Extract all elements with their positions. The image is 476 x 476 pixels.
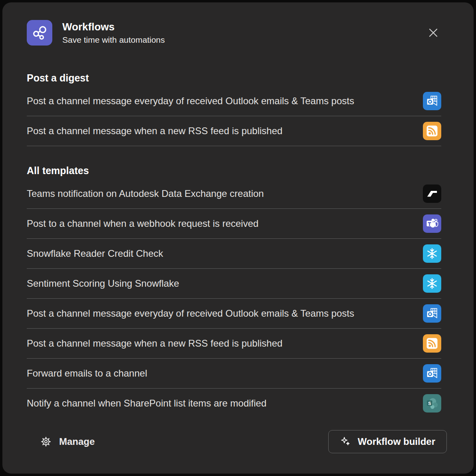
section-heading: All templates — [27, 165, 441, 177]
workflow-item[interactable]: Snowflake Reader Credit Check — [27, 239, 441, 269]
workflow-section: Post a digest Post a channel message eve… — [27, 72, 441, 146]
workflow-item-label: Post to a channel when a webhook request… — [27, 218, 419, 229]
header-text: Workflows Save time with automations — [62, 21, 165, 45]
page-subtitle: Save time with automations — [62, 35, 165, 45]
workflow-section: All templates Teams notification on Auto… — [27, 165, 441, 418]
snowflake-icon — [423, 274, 441, 293]
snowflake-icon — [423, 244, 441, 263]
autodesk-icon — [423, 184, 441, 203]
workflow-item-label: Post a channel message everyday of recei… — [27, 308, 419, 319]
workflow-item-label: Post a channel message everyday of recei… — [27, 95, 419, 107]
workflows-dialog: Workflows Save time with automations Pos… — [2, 2, 474, 474]
teams-icon — [423, 214, 441, 233]
outlook-icon — [423, 92, 441, 110]
rss-icon — [423, 334, 441, 353]
page-title: Workflows — [62, 21, 165, 33]
workflow-item-label: Snowflake Reader Credit Check — [27, 248, 419, 259]
dialog-footer: Manage Workflow builder — [2, 418, 474, 453]
workflow-item[interactable]: Teams notification on Autodesk Data Exch… — [27, 179, 441, 209]
dialog-header: Workflows Save time with automations — [2, 2, 474, 46]
close-icon — [426, 26, 440, 40]
workflow-item[interactable]: Post a channel message when a new RSS fe… — [27, 116, 441, 146]
outlook-icon — [423, 304, 441, 323]
workflow-item-label: Forward emails to a channel — [27, 368, 419, 379]
workflow-item[interactable]: Forward emails to a channel — [27, 359, 441, 389]
workflow-item-label: Sentiment Scoring Using Snowflake — [27, 278, 419, 289]
gear-icon — [40, 436, 52, 448]
rss-icon — [423, 122, 441, 140]
workflow-builder-button[interactable]: Workflow builder — [328, 430, 447, 453]
section-list: Teams notification on Autodesk Data Exch… — [27, 179, 441, 418]
workflow-item-label: Post a channel message when a new RSS fe… — [27, 338, 419, 349]
workflow-item-label: Notify a channel when SharePoint list it… — [27, 398, 419, 409]
workflow-builder-label: Workflow builder — [358, 436, 435, 447]
workflow-item[interactable]: Post a channel message everyday of recei… — [27, 86, 441, 116]
workflow-item[interactable]: Post a channel message when a new RSS fe… — [27, 329, 441, 359]
sparkles-icon — [340, 436, 352, 448]
section-list: Post a channel message everyday of recei… — [27, 86, 441, 146]
sections: Post a digest Post a channel message eve… — [2, 72, 474, 418]
manage-button[interactable]: Manage — [40, 436, 95, 448]
workflow-item-label: Post a channel message when a new RSS fe… — [27, 125, 419, 137]
workflow-item[interactable]: Notify a channel when SharePoint list it… — [27, 389, 441, 418]
section-heading: Post a digest — [27, 72, 441, 84]
outlook-icon — [423, 364, 441, 383]
sharepoint-icon — [423, 394, 441, 413]
workflow-item[interactable]: Sentiment Scoring Using Snowflake — [27, 269, 441, 299]
manage-button-label: Manage — [59, 436, 95, 447]
close-button[interactable] — [424, 24, 442, 42]
workflow-item[interactable]: Post a channel message everyday of recei… — [27, 299, 441, 329]
workflow-item[interactable]: Post to a channel when a webhook request… — [27, 209, 441, 239]
workflows-icon — [27, 20, 52, 46]
workflow-item-label: Teams notification on Autodesk Data Exch… — [27, 188, 419, 199]
